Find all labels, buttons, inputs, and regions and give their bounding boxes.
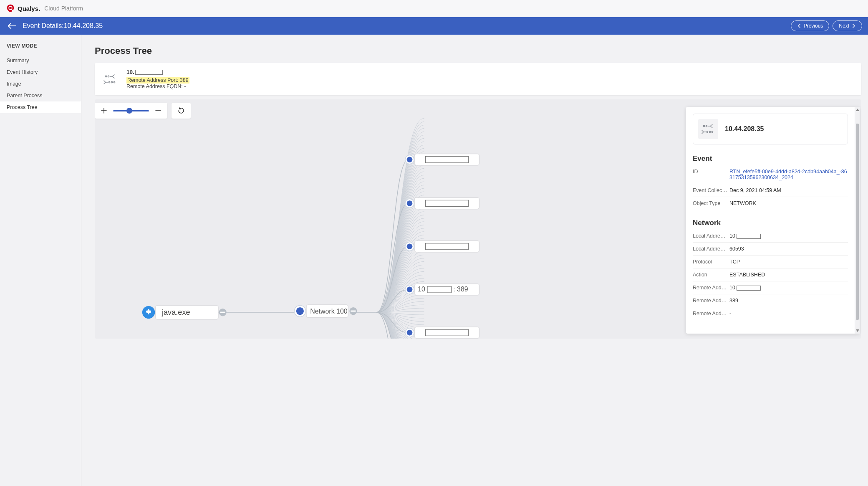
sidebar-item-process-tree[interactable]: Process Tree	[0, 101, 81, 113]
tree-leaf-node[interactable]	[405, 327, 479, 338]
svg-point-47	[712, 131, 713, 132]
detail-row: Object TypeNETWORK	[693, 197, 848, 210]
detail-key: Remote Addre…	[693, 285, 729, 291]
zoom-slider[interactable]	[113, 110, 149, 111]
svg-point-4	[111, 81, 112, 83]
scrollbar-thumb[interactable]	[856, 124, 859, 320]
sidebar-item-parent-process[interactable]: Parent Process	[0, 90, 81, 101]
detail-row: Event Collecte…Dec 9, 2021 04:59 AM	[693, 184, 848, 197]
detail-header: 10.44.208.35	[693, 114, 848, 144]
sidebar-item-event-history[interactable]: Event History	[0, 66, 81, 78]
network-node-label: Network 100	[310, 308, 348, 315]
svg-rect-14	[351, 311, 356, 312]
brand-subtitle: Cloud Platform	[44, 5, 83, 12]
detail-row: ActionESTABLISHED	[693, 268, 848, 281]
detail-value: 10.	[729, 285, 848, 291]
redacted-ip	[737, 286, 761, 291]
zoom-out-button[interactable]	[153, 106, 163, 116]
detail-value: 60593	[729, 246, 848, 252]
sidebar: VIEW MODE SummaryEvent HistoryImageParen…	[0, 35, 81, 486]
sidebar-item-summary[interactable]: Summary	[0, 55, 81, 66]
svg-point-32	[407, 330, 413, 336]
refresh-button[interactable]	[176, 105, 187, 116]
detail-key: Remote Addre…	[693, 298, 729, 304]
tree-leaf-node[interactable]: 10: 389	[405, 284, 479, 295]
summary-ip: 10.	[126, 69, 189, 75]
scrollbar-up-arrow[interactable]	[855, 107, 860, 113]
detail-value: Dec 9, 2021 04:59 AM	[729, 187, 848, 193]
detail-row: IDRTN_efefe5ff-00e9-4ddd-a82d-2cdb94aab0…	[693, 165, 848, 184]
detail-row: Local Address …10.	[693, 230, 848, 243]
detail-row: Remote Addre…10.	[693, 281, 848, 294]
detail-key: Protocol	[693, 259, 729, 265]
tree-leaf-node[interactable]	[405, 154, 479, 165]
next-button[interactable]: Next	[833, 20, 862, 31]
detail-key: Action	[693, 272, 729, 278]
detail-row: Local Address …60593	[693, 243, 848, 256]
previous-button[interactable]: Previous	[791, 20, 830, 31]
action-bar: Event Details:10.44.208.35 Previous Next	[0, 17, 868, 35]
graph-canvas[interactable]: java.exe Network 100 10: 389	[95, 99, 861, 339]
tree-node-network[interactable]: Network 100	[294, 305, 357, 317]
detail-key: ID	[693, 169, 729, 175]
svg-point-1	[105, 76, 106, 77]
detail-section-network: Network	[693, 219, 848, 227]
leaf-port-suffix: : 389	[453, 286, 468, 293]
svg-point-11	[296, 307, 304, 315]
summary-fqdn-value: -	[184, 84, 186, 89]
detail-scrollbar[interactable]	[855, 107, 860, 334]
summary-card: 10. Remote Address Port: 389 Remote Addr…	[95, 63, 861, 95]
svg-point-46	[709, 131, 710, 132]
redacted-ip	[135, 70, 163, 75]
chevron-right-icon	[852, 24, 856, 28]
zoom-in-button[interactable]	[99, 106, 109, 116]
svg-point-44	[706, 125, 707, 127]
svg-rect-26	[425, 243, 468, 250]
svg-point-20	[407, 200, 413, 206]
detail-key: Local Address …	[693, 246, 729, 252]
canvas-toolbar	[95, 103, 191, 119]
svg-rect-18	[425, 157, 468, 163]
triangle-down-icon	[856, 329, 859, 332]
minus-icon	[155, 107, 161, 114]
svg-point-16	[407, 157, 413, 162]
svg-rect-9	[220, 312, 225, 313]
tree-leaf-node[interactable]	[405, 241, 479, 252]
root-node-label: java.exe	[161, 308, 190, 316]
plus-icon	[101, 107, 107, 114]
svg-point-5	[114, 81, 115, 83]
svg-point-24	[407, 243, 413, 249]
redacted-ip	[737, 234, 761, 239]
back-button[interactable]	[6, 20, 18, 31]
summary-fqdn-label: Remote Address FQDN:	[126, 84, 183, 89]
detail-key: Object Type	[693, 200, 729, 206]
chevron-left-icon	[797, 24, 801, 28]
detail-value: 10.	[729, 233, 848, 239]
detail-value: -	[729, 311, 848, 316]
qualys-logo-icon	[6, 4, 15, 13]
detail-row: Remote Addre…-	[693, 307, 848, 320]
svg-rect-22	[425, 200, 468, 206]
svg-rect-30	[427, 286, 452, 293]
detail-section-event: Event	[693, 154, 848, 163]
triangle-up-icon	[856, 109, 859, 111]
section-title: Process Tree	[95, 46, 861, 56]
tree-node-root[interactable]: java.exe	[142, 305, 227, 319]
summary-ip-prefix: 10.	[126, 69, 134, 75]
scrollbar-down-arrow[interactable]	[855, 328, 860, 334]
tree-leaf-node[interactable]	[405, 197, 479, 209]
brand-logo: Qualys. Cloud Platform	[6, 4, 83, 13]
page-title: Event Details:10.44.208.35	[23, 22, 103, 30]
detail-row: ProtocolTCP	[693, 256, 848, 268]
sidebar-heading: VIEW MODE	[0, 43, 81, 55]
detail-panel: 10.44.208.35 Event IDRTN_efefe5ff-00e9-4…	[686, 107, 860, 334]
previous-label: Previous	[804, 23, 823, 29]
svg-point-43	[703, 125, 704, 127]
detail-value[interactable]: RTN_efefe5ff-00e9-4ddd-a82d-2cdb94aab04a…	[729, 169, 848, 180]
arrow-left-icon	[8, 22, 17, 30]
network-icon	[698, 119, 718, 139]
sidebar-item-image[interactable]: Image	[0, 78, 81, 90]
leaf-ip-prefix: 10	[418, 286, 425, 293]
detail-key: Event Collecte…	[693, 187, 729, 193]
detail-row: Remote Addre…389	[693, 294, 848, 307]
